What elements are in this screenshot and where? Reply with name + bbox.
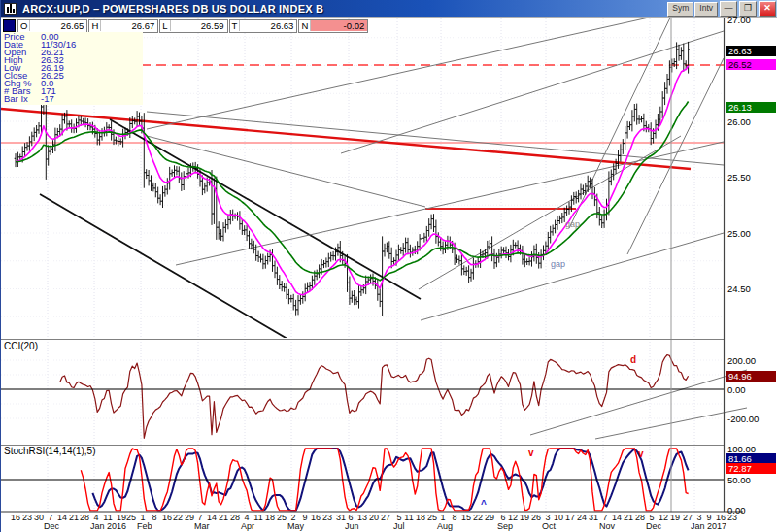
- x-axis-date: 8: [452, 513, 456, 522]
- x-axis-date: 21: [624, 513, 633, 522]
- quote-field-H: H26.67: [88, 19, 158, 33]
- quote-field-value: 26.63: [239, 20, 296, 31]
- price-axis-tick: 25.50: [727, 172, 751, 183]
- x-axis-date: 22: [473, 513, 483, 522]
- x-axis-date: 28: [635, 513, 645, 522]
- x-axis-month: Sep: [497, 521, 513, 531]
- x-axis-date: 21: [69, 513, 79, 522]
- x-axis-month: Jun: [345, 521, 359, 531]
- stochrsi-swing-mark: v: [638, 449, 644, 459]
- x-axis-date: 19: [670, 513, 680, 522]
- quote-field-N: N-0.02: [298, 19, 368, 33]
- x-axis-date: 15: [461, 513, 471, 522]
- x-axis-date: 23: [727, 513, 737, 522]
- x-axis-date: 8: [152, 513, 156, 522]
- x-axis-month: Apr: [241, 521, 254, 531]
- x-axis-month: Oct: [542, 521, 556, 531]
- x-axis-month: Aug: [437, 521, 453, 531]
- x-axis-date: 29: [185, 513, 194, 522]
- x-axis-month: Dec: [44, 521, 59, 531]
- chart-window: ARCX:UUP,D – POWERSHARES DB US DOLLAR IN…: [0, 0, 777, 532]
- price-axis-tick: 27.00: [727, 15, 751, 25]
- quote-field-value: 26.59: [170, 20, 227, 31]
- x-axis-date: 16: [11, 513, 20, 522]
- x-axis-month: Nov: [599, 521, 615, 531]
- data-info-panel: Price0.00Date11/30/16Open26.21High26.32L…: [1, 32, 143, 105]
- x-axis-month: May: [287, 521, 304, 531]
- x-axis-date: 18: [416, 513, 425, 522]
- quote-field-letter: T: [230, 20, 240, 31]
- quote-field-value: 26.67: [100, 20, 157, 31]
- quote-field-letter: L: [160, 20, 169, 31]
- x-axis-date: 25: [277, 513, 287, 522]
- x-axis-date: 24: [577, 513, 587, 522]
- x-axis-month: Dec: [646, 521, 661, 531]
- cci-annotation: d: [630, 354, 636, 365]
- quote-field-letter: O: [18, 20, 29, 31]
- stochrsi-swing-mark: v: [528, 448, 534, 458]
- cci-axis-tick: 200.00: [727, 355, 756, 366]
- price-axis-highlight: 26.13: [726, 102, 776, 113]
- price-axis-tick: 24.50: [727, 283, 751, 294]
- quote-field-letter: H: [89, 20, 100, 31]
- x-axis-date: 11: [253, 513, 262, 522]
- x-axis-month: Feb: [137, 521, 152, 531]
- x-axis-date: 18: [265, 513, 275, 522]
- quote-field-T: T26.63: [229, 19, 298, 33]
- x-axis-date: 28: [80, 513, 89, 522]
- gap-annotation: gap: [551, 259, 565, 269]
- price-axis-tick: 25.00: [727, 228, 751, 239]
- stochrsi-axis-tick: 50.00: [727, 475, 751, 485]
- info-row: Bar Ix-17: [4, 95, 143, 103]
- x-axis-date: 17: [565, 513, 575, 522]
- x-axis-month: Jul: [393, 521, 405, 531]
- price-axis-highlight: 26.63: [726, 46, 776, 56]
- x-axis-date: 26: [531, 513, 541, 522]
- info-value: -17: [41, 93, 54, 104]
- cci-axis-tick: -200.00: [727, 414, 759, 424]
- stochrsi-value-label: 72.87: [726, 463, 776, 474]
- x-axis-date: 28: [230, 513, 240, 522]
- stochrsi-pane-title: StochRSI(14,14(1),5): [4, 446, 96, 456]
- info-label: Bar Ix: [4, 95, 41, 103]
- x-axis-date: 22: [173, 513, 183, 522]
- info-row: High26.32: [4, 56, 143, 64]
- quote-field-value: 26.65: [29, 20, 86, 31]
- price-axis-highlight: 26.52: [726, 59, 776, 70]
- price-axis-tick: 26.00: [727, 116, 751, 127]
- x-axis-date: 16: [311, 513, 321, 522]
- gap-annotation: gap: [565, 219, 580, 229]
- x-axis-date: 19: [520, 513, 529, 522]
- cci-value-label: 94.96: [726, 371, 776, 382]
- x-axis-date: 21: [219, 513, 228, 522]
- x-axis-date: 25: [427, 513, 437, 522]
- x-axis-date: 11: [404, 513, 413, 522]
- cci-axis-tick: 0.00: [727, 384, 746, 395]
- cci-pane-title: CCI(20): [4, 341, 38, 351]
- x-axis-date: 29: [485, 513, 494, 522]
- x-axis-month: Jan 2017: [691, 521, 726, 531]
- x-axis-date: 23: [322, 513, 332, 522]
- quote-field-letter: N: [299, 20, 310, 31]
- x-axis-date: 30: [34, 513, 44, 522]
- quote-field-value: -0.02: [310, 20, 367, 31]
- x-axis-date: 25: [126, 513, 136, 522]
- stochrsi-swing-mark: ^: [481, 499, 487, 510]
- info-row: Open26.21: [4, 49, 143, 56]
- x-axis-date: 31: [589, 513, 598, 522]
- x-axis-date: 27: [381, 513, 390, 522]
- x-axis-date: 16: [162, 513, 172, 522]
- x-axis-month: Jan 2016: [90, 521, 126, 531]
- x-axis-month: Mar: [194, 521, 210, 531]
- quote-field-L: L26.59: [159, 19, 227, 33]
- x-axis-date: 20: [369, 513, 379, 522]
- x-axis-date: 23: [22, 513, 32, 522]
